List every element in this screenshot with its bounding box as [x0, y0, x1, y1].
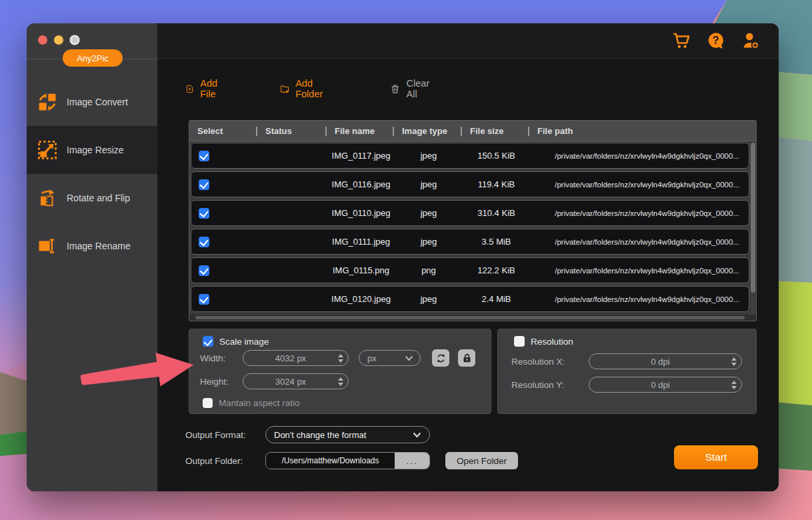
row-image-type: jpeg	[395, 172, 463, 197]
resolution-label: Resolution	[531, 337, 573, 347]
header-status: Status	[257, 121, 327, 141]
row-image-type: jpeg	[395, 287, 463, 311]
horizontal-scrollbar[interactable]	[189, 315, 757, 321]
maintain-aspect-checkbox[interactable]	[203, 398, 213, 408]
height-stepper[interactable]	[338, 377, 343, 386]
row-file-path: /private/var/folders/nz/xrvlwyln4w9dgkhv…	[530, 287, 749, 311]
add-folder-icon	[280, 82, 289, 96]
row-file-name: IMG_0110.jpeg	[327, 201, 395, 225]
row-file-path: /private/var/folders/nz/xrvlwyln4w9dgkhv…	[530, 143, 749, 168]
table-row[interactable]: IMG_0116.jpeg jpeg 119.4 KiB /private/va…	[191, 171, 749, 197]
resolution-y-input[interactable]: 0 dpi	[589, 377, 742, 393]
row-file-size: 2.4 MiB	[463, 287, 530, 311]
resolution-y-stepper[interactable]	[731, 381, 737, 389]
close-window-button[interactable]	[38, 35, 47, 45]
image-resize-icon	[37, 140, 57, 160]
sidebar-item-label: Image Rename	[67, 241, 131, 251]
output-folder-input[interactable]: /Users/matthew/Downloads	[266, 453, 395, 469]
open-folder-button[interactable]: Open Folder	[445, 452, 518, 469]
svg-text:?: ?	[713, 35, 719, 46]
lock-aspect-button[interactable]	[458, 349, 475, 367]
sidebar-item-label: Rotate and Flip	[67, 193, 130, 203]
sidebar-item-image-convert[interactable]: Image Convert	[27, 78, 157, 126]
table-row[interactable]: IMG_0111.jpeg jpeg 3.5 MiB /private/var/…	[191, 229, 749, 255]
row-image-type: jpeg	[395, 229, 463, 254]
row-select-checkbox[interactable]	[199, 237, 209, 247]
row-status	[258, 229, 327, 254]
row-select-checkbox[interactable]	[199, 294, 209, 305]
browse-folder-button[interactable]: ...	[395, 453, 429, 469]
header-file-size: File size	[462, 121, 529, 141]
row-file-path: /private/var/folders/nz/xrvlwyln4w9dgkhv…	[530, 172, 749, 197]
app-window: Any2Pic Image Convert	[27, 23, 779, 491]
add-file-button[interactable]: Add File	[185, 79, 223, 98]
header-select: Select	[189, 121, 257, 141]
row-file-name: IMG_0111.jpeg	[327, 229, 395, 254]
row-status	[258, 287, 327, 311]
row-file-path: /private/var/folders/nz/xrvlwyln4w9dgkhv…	[530, 201, 749, 225]
resolution-x-input[interactable]: 0 dpi	[589, 353, 742, 369]
sidebar-item-image-resize[interactable]: Image Resize	[27, 126, 157, 174]
row-status	[258, 258, 327, 283]
start-button[interactable]: Start	[674, 445, 758, 469]
scale-image-checkbox[interactable]	[203, 336, 213, 347]
output-folder-label: Output Folder:	[185, 452, 243, 469]
width-stepper[interactable]	[338, 354, 343, 363]
clear-all-button[interactable]: Clear All	[390, 79, 433, 98]
row-select-checkbox[interactable]	[199, 179, 209, 190]
add-folder-label: Add Folder	[295, 78, 327, 99]
vertical-scrollbar[interactable]	[751, 143, 755, 313]
output-format-dropdown[interactable]: Don't change the format	[265, 426, 430, 443]
table-row[interactable]: IMG_0115.png png 122.2 KiB /private/var/…	[191, 257, 749, 283]
rotate-flip-icon	[37, 188, 57, 208]
output-folder-group: /Users/matthew/Downloads ...	[265, 452, 430, 469]
help-icon[interactable]: ?	[707, 31, 725, 50]
height-input[interactable]: 3024 px	[243, 373, 349, 389]
table-row[interactable]: IMG_0110.jpeg jpeg 310.4 KiB /private/va…	[191, 200, 749, 226]
width-input[interactable]: 4032 px	[243, 350, 349, 366]
row-select-checkbox[interactable]	[199, 208, 209, 219]
unit-dropdown[interactable]: px	[359, 350, 421, 366]
screen: Any2Pic Image Convert	[0, 0, 812, 520]
sidebar-item-image-rename[interactable]: Image Rename	[27, 222, 157, 270]
header-file-name: File name	[327, 121, 394, 141]
header-file-path: File path	[529, 121, 756, 141]
sidebar-item-label: Image Resize	[67, 145, 124, 155]
trash-icon	[390, 82, 401, 96]
table-row[interactable]: IMG_0117.jpeg jpeg 150.5 KiB /private/va…	[191, 143, 749, 169]
cart-icon[interactable]	[672, 31, 691, 50]
row-image-type: jpeg	[395, 143, 463, 168]
titlebar: ?	[157, 23, 779, 59]
main-content: ? Add File	[157, 23, 779, 491]
table-header: Select Status File name Image type File …	[189, 120, 757, 141]
image-rename-icon	[37, 236, 57, 256]
minimize-window-button[interactable]	[54, 35, 63, 45]
width-label: Width:	[200, 353, 225, 363]
resolution-panel: Resolution Resolution X: 0 dpi Resolutio…	[497, 329, 757, 414]
height-label: Height:	[200, 377, 229, 387]
account-add-icon[interactable]	[741, 31, 760, 50]
resolution-checkbox[interactable]	[514, 336, 525, 347]
row-file-name: IMG_0116.jpeg	[327, 172, 395, 197]
table-row[interactable]: IMG_0120.jpeg jpeg 2.4 MiB /private/var/…	[191, 286, 749, 312]
sidebar-item-rotate-and-flip[interactable]: Rotate and Flip	[27, 174, 157, 222]
row-file-size: 310.4 KiB	[463, 201, 530, 225]
row-file-path: /private/var/folders/nz/xrvlwyln4w9dgkhv…	[530, 258, 749, 283]
row-file-name: IMG_0120.jpeg	[327, 287, 395, 311]
clear-all-label: Clear All	[407, 78, 433, 99]
app-logo-badge: Any2Pic	[63, 49, 123, 67]
row-file-size: 119.4 KiB	[463, 172, 530, 197]
row-select-checkbox[interactable]	[199, 151, 209, 161]
row-file-name: IMG_0117.jpeg	[327, 143, 395, 168]
add-folder-button[interactable]: Add Folder	[280, 79, 327, 98]
row-image-type: png	[395, 258, 463, 283]
resolution-y-label: Resolution Y:	[511, 380, 564, 390]
zoom-window-button[interactable]	[70, 35, 79, 45]
row-status	[258, 201, 327, 225]
resolution-x-stepper[interactable]	[731, 357, 737, 366]
row-file-path: /private/var/folders/nz/xrvlwyln4w9dgkhv…	[530, 229, 749, 254]
row-select-checkbox[interactable]	[199, 265, 209, 276]
row-file-size: 3.5 MiB	[463, 229, 530, 254]
file-table: Select Status File name Image type File …	[189, 120, 757, 321]
swap-dimensions-button[interactable]	[432, 349, 449, 367]
